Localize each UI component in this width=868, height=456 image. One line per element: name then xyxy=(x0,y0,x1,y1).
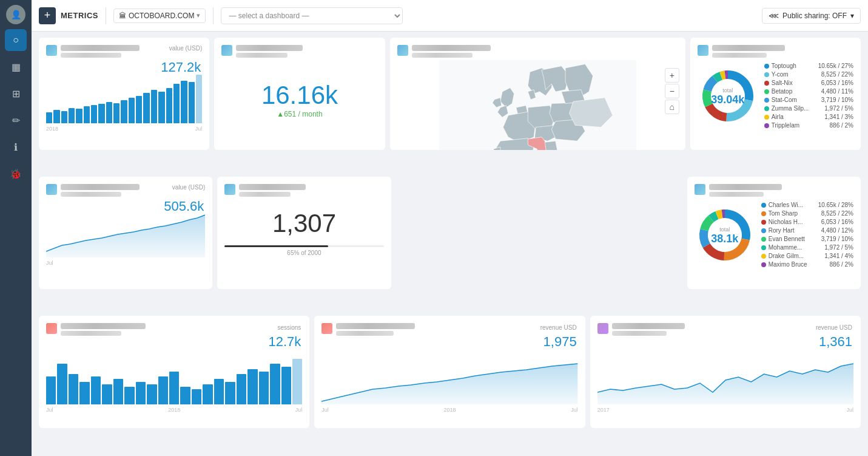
topbar-right: ⋘ Public sharing: OFF ▾ xyxy=(762,8,861,24)
avatar: 👤 xyxy=(6,5,25,24)
chevron-down-icon: ▾ xyxy=(197,12,200,19)
bar-item-session xyxy=(247,369,257,404)
legend-dot xyxy=(761,211,766,216)
share-icon: ⋘ xyxy=(769,12,779,20)
mid-row: value (USD) 505.6k xyxy=(39,177,861,311)
legend-item: Mohamme...1,972 / 5% xyxy=(761,244,853,251)
legend-val: 6,053 / 16% xyxy=(821,219,853,225)
sidebar-item-dashboard[interactable]: ▦ xyxy=(5,56,27,78)
bar-chart-sessions xyxy=(46,359,302,404)
legend-val: 1,972 / 5% xyxy=(824,244,853,251)
chart-big-value-1: 127.2k xyxy=(161,60,201,75)
card-title-2 xyxy=(236,45,303,51)
card-subtitle-1 xyxy=(61,53,121,58)
area-svg-9 xyxy=(321,359,577,404)
map-controls: + − ⌂ xyxy=(665,68,679,114)
card-title-6 xyxy=(239,184,306,190)
add-button[interactable]: + xyxy=(39,7,56,24)
bar-item-session xyxy=(57,364,67,404)
bar-item-session xyxy=(214,379,224,404)
legend-item: Betatop4,480 / 11% xyxy=(764,88,853,95)
card-icon-map xyxy=(397,45,408,56)
legend-name: Charles Wi... xyxy=(769,202,803,208)
org-dropdown[interactable]: 🏛 OCTOBOARD.COM ▾ xyxy=(113,9,206,23)
progress-bar-wrap-6 xyxy=(224,245,383,247)
progress-big-6: 1,307 xyxy=(224,209,383,238)
card-header-map xyxy=(397,45,678,58)
metric-center-2: 16.16k ▲651 / month xyxy=(221,60,377,139)
sidebar-item-info[interactable]: ℹ xyxy=(5,136,27,158)
legend-name: Tripplelam xyxy=(772,122,799,129)
bar-item-session xyxy=(281,367,291,405)
card-subtitle-donut1 xyxy=(712,53,767,58)
legend-dot xyxy=(764,64,769,69)
sidebar-item-brush[interactable]: ✏ xyxy=(5,109,27,131)
card-title-donut1 xyxy=(712,45,785,51)
legend-dot xyxy=(764,89,769,94)
area-chart-5 xyxy=(46,209,205,257)
legend-item: Tom Sharp8,525 / 22% xyxy=(761,210,853,217)
bar-item-session xyxy=(225,382,235,405)
bar-item-session xyxy=(91,376,101,404)
map-home-button[interactable]: ⌂ xyxy=(665,100,679,114)
card-icon-2 xyxy=(221,45,232,56)
bar-chart-1 xyxy=(46,75,202,123)
revenue-area-right-card: revenue USD 1,361 xyxy=(590,316,861,428)
card-subtitle-9 xyxy=(336,331,394,336)
donut-content-1: total 39.04k Toptough10.65k / 27%Y-com8,… xyxy=(698,63,853,131)
bar-item xyxy=(46,112,52,123)
bar-item-session xyxy=(169,372,179,404)
sidebar-item-bank[interactable]: ⊞ xyxy=(5,83,27,104)
donut-legend-1: Toptough10.65k / 27%Y-com8,525 / 22%Salt… xyxy=(764,63,853,131)
area-chart-10 xyxy=(597,359,853,404)
legend-val: 886 / 2% xyxy=(830,122,853,129)
bar-item-session xyxy=(292,359,302,404)
card-icon-1 xyxy=(46,45,57,56)
legend-name: Stat-Com xyxy=(772,97,797,103)
bar-item-session xyxy=(158,376,168,404)
bar-item xyxy=(121,100,127,123)
sidebar-item-bug[interactable]: 🐞 xyxy=(5,163,27,185)
legend-name: Tom Sharp xyxy=(769,210,798,217)
org-label: OCTOBOARD.COM xyxy=(129,12,194,20)
bar-item xyxy=(106,102,112,123)
legend-val: 1,341 / 4% xyxy=(824,253,853,259)
legend-dot xyxy=(761,220,766,225)
chart-footer-right-5: Jul xyxy=(46,260,53,266)
bar-item xyxy=(84,106,90,123)
sharing-button[interactable]: ⋘ Public sharing: OFF ▾ xyxy=(762,8,861,24)
chart-footer-8: Jul 2018 Jul xyxy=(46,407,302,413)
legend-dot xyxy=(761,254,766,259)
legend-val: 3,719 / 10% xyxy=(821,236,853,242)
area-svg-5 xyxy=(46,209,205,257)
topbar-divider2 xyxy=(213,7,214,24)
card-subtitle-donut2 xyxy=(709,192,764,197)
legend-dot xyxy=(764,72,769,77)
legend-name: Rory Hart xyxy=(769,227,795,234)
map-zoom-in-button[interactable]: + xyxy=(665,68,679,83)
donut-label-2: total 38.1k xyxy=(711,226,738,245)
bar-item xyxy=(98,104,104,123)
dashboard-select[interactable]: — select a dashboard — xyxy=(221,7,403,24)
sidebar-item-user[interactable]: ○ xyxy=(5,29,27,51)
legend-dot xyxy=(761,203,766,208)
legend-dot xyxy=(761,245,766,250)
bar-item xyxy=(181,81,187,123)
bar-item-session xyxy=(69,374,78,404)
bar-item xyxy=(76,109,82,123)
legend-name: Nicholas H... xyxy=(769,219,803,225)
sidebar: 👤 ○ ▦ ⊞ ✏ ℹ 🐞 xyxy=(0,0,32,456)
legend-name: Zumma Silp... xyxy=(772,105,809,112)
legend-name: Mohamme... xyxy=(769,244,802,251)
card-header-donut1 xyxy=(698,45,853,58)
map-zoom-out-button[interactable]: − xyxy=(665,84,679,98)
mid-donut-card: total 38.1k Charles Wi...10.65k / 28%Tom… xyxy=(687,177,861,289)
revenue-mid-value: 1,975 xyxy=(543,334,577,350)
bar-item-session xyxy=(136,382,146,405)
card-subtitle-6 xyxy=(239,192,291,197)
main-area: + METRICS 🏛 OCTOBOARD.COM ▾ — select a d… xyxy=(32,0,868,456)
progress-label-6: 65% of 2000 xyxy=(224,250,383,256)
card-subtitle-10 xyxy=(612,331,667,336)
revenue-bar-chart-card: value (USD) 127.2k 2018 Jul xyxy=(39,38,209,150)
bar-item xyxy=(53,110,59,123)
